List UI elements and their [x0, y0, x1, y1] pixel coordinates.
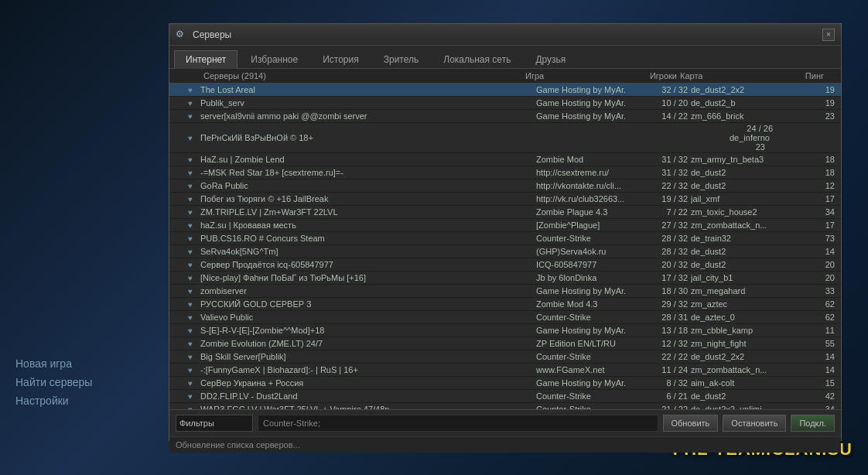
lock-icon	[173, 404, 183, 409]
content-area: Серверы (2914) Игра Игроки Карта Пинг ♥ …	[169, 69, 841, 436]
lock-icon	[173, 246, 183, 257]
close-button[interactable]: ×	[822, 29, 835, 41]
server-game: Game Hosting by MyAr.	[536, 326, 644, 335]
header-game[interactable]: Игра	[525, 71, 634, 80]
server-players: 28 / 32	[644, 234, 691, 243]
table-row[interactable]: ♥ -=MSK Red Star 18+ [csextreme.ru]=- ht…	[169, 166, 841, 179]
table-row[interactable]: ♥ WAR3.FGC.LV | War3FT 25LVL + Vampire 4…	[169, 403, 841, 409]
header-map[interactable]: Карта	[680, 71, 788, 80]
server-game: Counter-Strike	[536, 352, 644, 361]
table-row[interactable]: ♥ Сервер Продаётся icq-605847977 ICQ-605…	[169, 258, 841, 272]
server-map: zm_megahard	[691, 286, 799, 296]
table-row[interactable]: ♥ zombiserver Game Hosting by MyAr. 18 /…	[169, 285, 841, 298]
server-name: zombiserver	[197, 286, 536, 296]
server-name: GoRa Public	[197, 181, 536, 190]
lock-icon	[173, 259, 183, 270]
stop-button[interactable]: Остановить	[723, 415, 786, 432]
filter-value-display: Counter-Strike;	[258, 415, 658, 432]
server-list[interactable]: ♥ The Lost Areal Game Hosting by MyAr. 3…	[169, 84, 841, 409]
table-row[interactable]: ♥ HaZ.su | Zombie Lend Zombie Mod 31 / 3…	[169, 153, 841, 166]
lock-icon	[173, 391, 183, 402]
table-row[interactable]: ♥ server[xal9vnii ammo paki @@zombi serv…	[169, 110, 841, 123]
sidebar-item-new-game[interactable]: Новая игра	[15, 357, 155, 370]
server-players: 28 / 31	[644, 313, 691, 322]
header-server-name[interactable]: Серверы (2914)	[200, 71, 525, 80]
server-players: 10 / 20	[644, 98, 691, 108]
favorite-icon: ♥	[185, 351, 196, 362]
favorite-icon: ♥	[185, 364, 196, 375]
server-name: server[xal9vnii ammo paki @@zombi server	[197, 111, 536, 121]
sidebar-item-settings[interactable]: Настройки	[15, 395, 155, 407]
favorite-icon: ♥	[185, 378, 196, 388]
table-row[interactable]: ♥ The Lost Areal Game Hosting by MyAr. 3…	[169, 84, 841, 97]
server-name: SeRva4ok[5NG^Tm]	[197, 247, 536, 256]
table-row[interactable]: ♥ SeRva4ok[5NG^Tm] (GHP)Serva4ok.ru 28 /…	[169, 245, 841, 258]
table-row[interactable]: ♥ DD2.FLIP.LV - Dust2Land Counter-Strike…	[169, 390, 841, 403]
server-name: HaZ.su | Zombie Lend	[197, 155, 536, 164]
header-ping[interactable]: Пинг	[788, 71, 827, 80]
server-ping: 19	[799, 85, 838, 94]
table-row[interactable]: ♥ S-[E]-R-V-[E]-[Zombie^^Mod]+18 Game Ho…	[169, 324, 841, 337]
tab-internet[interactable]: Интернет	[174, 50, 238, 69]
server-players: 20 / 32	[644, 260, 691, 269]
server-name: СерВер Украина + Россия	[197, 378, 536, 388]
lock-icon	[173, 132, 183, 143]
server-map: zm_toxic_house2	[691, 207, 799, 217]
table-row[interactable]: ♥ ZM.TRIPLE.LV | Zm+War3FT 22LVL Zombie …	[169, 206, 841, 219]
table-row[interactable]: ♥ СерВер Украина + Россия Game Hosting b…	[169, 377, 841, 390]
server-ping: 62	[799, 313, 838, 322]
tab-spectator[interactable]: Зритель	[372, 50, 431, 68]
tab-lan[interactable]: Локальная сеть	[432, 50, 522, 68]
tab-favorites[interactable]: Избранное	[239, 50, 309, 68]
table-row[interactable]: ♥ Publik_serv Game Hosting by MyAr. 10 /…	[169, 97, 841, 110]
table-row[interactable]: ♥ GoRa Public http://vkontakte.ru/cli...…	[169, 179, 841, 193]
server-players: 22 / 22	[644, 352, 691, 361]
server-game: www.FGameX.net	[536, 365, 644, 374]
favorite-icon: ♥	[185, 97, 196, 108]
server-map: zm_army_tn_beta3	[691, 155, 799, 164]
favorite-icon: ♥	[185, 233, 196, 244]
table-row[interactable]: ♥ Zombie Evolution (ZME.LT) 24/7 ZP Edit…	[169, 337, 841, 350]
server-name: РУССКИЙ GOLD СЕРВЕР 3	[197, 299, 536, 309]
server-game: ICQ-605847977	[536, 260, 644, 269]
server-ping: 33	[799, 286, 838, 296]
server-game: http://vkontakte.ru/cli...	[536, 181, 644, 190]
connect-button[interactable]: Подкл.	[791, 415, 835, 432]
table-row[interactable]: ♥ ПеРнСкИй ВзРыВнОй © 18+ 24 / 26 de_inf…	[169, 123, 841, 153]
table-row[interactable]: ♥ [Nice-play] Фаhни ПоБаГ из ТюРьМы [+16…	[169, 272, 841, 285]
dialog-title: Серверы	[193, 29, 231, 40]
lock-icon	[173, 378, 183, 388]
server-game: Zombie Mod 4.3	[536, 299, 644, 309]
server-ping: 11	[799, 326, 838, 335]
server-players: 31 / 32	[644, 168, 691, 177]
table-row[interactable]: ♥ Big Skill Server[Publik] Counter-Strik…	[169, 350, 841, 364]
lock-icon	[173, 233, 183, 244]
favorite-icon: ♥	[185, 285, 196, 296]
refresh-button[interactable]: Обновить	[663, 415, 719, 432]
server-map: zm_zombattack_n...	[691, 220, 799, 230]
server-name: ПеРнСкИй ВзРыВнОй © 18+	[197, 133, 730, 142]
server-game: ZP Edition EN/LT/RU	[536, 339, 644, 348]
table-row[interactable]: ♥ РУССКИЙ GOLD СЕРВЕР 3 Zombie Mod 4.3 2…	[169, 298, 841, 311]
filter-input[interactable]	[176, 415, 253, 432]
table-row[interactable]: ♥ Побег из Тюряги © +16 JailBreak http:/…	[169, 193, 841, 206]
server-map: jail_xmf	[691, 194, 799, 203]
server-name: [Nice-play] Фаhни ПоБаГ из ТюРьМы [+16]	[197, 273, 536, 282]
table-row[interactable]: ♥ -:[FunnyGameX | Biohazard]:- | RuS | 1…	[169, 364, 841, 377]
favorite-icon: ♥	[185, 272, 196, 283]
table-row[interactable]: ♥ PUB.CS16.RO # Concurs Steam Counter-St…	[169, 232, 841, 245]
lock-icon	[173, 193, 183, 204]
header-lock	[173, 71, 186, 80]
table-row[interactable]: ♥ haZ.su | Кровавая месть [Zombie^Plague…	[169, 219, 841, 232]
tab-history[interactable]: История	[311, 50, 371, 68]
tab-friends[interactable]: Друзья	[524, 50, 577, 68]
favorite-icon: ♥	[185, 259, 196, 270]
server-ping: 73	[799, 234, 838, 243]
table-row[interactable]: ♥ Valievo Public Counter-Strike 28 / 31 …	[169, 311, 841, 324]
server-ping: 18	[799, 168, 838, 177]
header-players[interactable]: Игроки	[634, 71, 680, 80]
server-ping: 23	[799, 111, 838, 121]
server-map: de_dust2_2x2	[691, 352, 799, 361]
sidebar-item-find-servers[interactable]: Найти серверы	[15, 376, 155, 388]
server-game: Game Hosting by MyAr.	[536, 378, 644, 388]
